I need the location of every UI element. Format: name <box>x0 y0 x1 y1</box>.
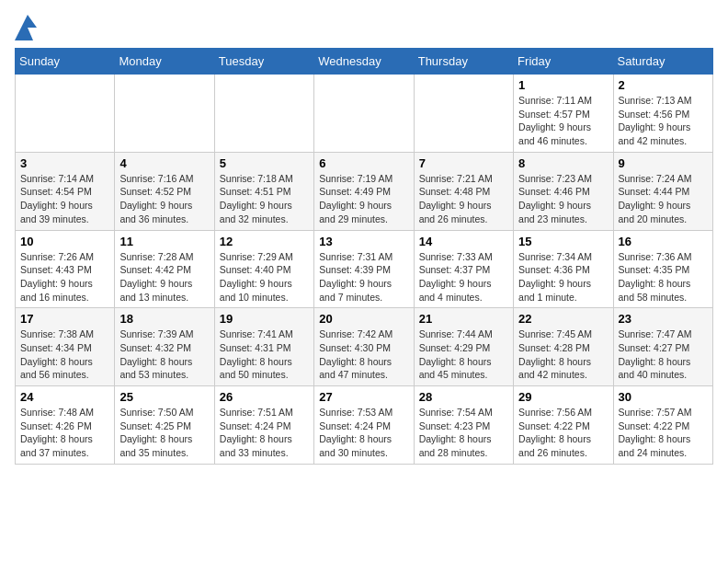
day-info: Sunrise: 7:54 AM Sunset: 4:23 PM Dayligh… <box>419 406 508 460</box>
calendar-cell: 18Sunrise: 7:39 AM Sunset: 4:32 PM Dayli… <box>115 308 214 386</box>
day-info: Sunrise: 7:33 AM Sunset: 4:37 PM Dayligh… <box>419 250 508 304</box>
day-info: Sunrise: 7:44 AM Sunset: 4:29 PM Dayligh… <box>419 327 508 382</box>
calendar-cell: 11Sunrise: 7:28 AM Sunset: 4:42 PM Dayli… <box>115 230 214 308</box>
day-info: Sunrise: 7:29 AM Sunset: 4:40 PM Dayligh… <box>220 250 309 304</box>
day-info: Sunrise: 7:53 AM Sunset: 4:24 PM Dayligh… <box>319 406 408 460</box>
day-number: 13 <box>319 235 408 248</box>
calendar-cell: 7Sunrise: 7:21 AM Sunset: 4:48 PM Daylig… <box>414 152 513 230</box>
day-number: 17 <box>20 312 109 326</box>
day-number: 24 <box>20 390 109 404</box>
day-number: 19 <box>220 312 309 326</box>
day-info: Sunrise: 7:38 AM Sunset: 4:34 PM Dayligh… <box>20 327 109 382</box>
calendar-cell: 8Sunrise: 7:23 AM Sunset: 4:46 PM Daylig… <box>514 152 613 230</box>
day-number: 5 <box>220 156 309 170</box>
day-info: Sunrise: 7:45 AM Sunset: 4:28 PM Dayligh… <box>518 327 608 382</box>
day-info: Sunrise: 7:51 AM Sunset: 4:24 PM Dayligh… <box>220 406 309 460</box>
weekday-header-wednesday: Wednesday <box>314 49 414 75</box>
calendar-cell: 10Sunrise: 7:26 AM Sunset: 4:43 PM Dayli… <box>16 230 115 308</box>
day-info: Sunrise: 7:57 AM Sunset: 4:22 PM Dayligh… <box>619 406 708 460</box>
calendar-week-row-0: 1Sunrise: 7:11 AM Sunset: 4:57 PM Daylig… <box>16 75 713 153</box>
calendar-cell: 26Sunrise: 7:51 AM Sunset: 4:24 PM Dayli… <box>214 386 313 465</box>
day-number: 12 <box>220 235 309 248</box>
calendar-cell <box>16 75 115 153</box>
day-number: 22 <box>518 312 608 326</box>
day-number: 2 <box>619 78 708 92</box>
day-info: Sunrise: 7:13 AM Sunset: 4:56 PM Dayligh… <box>619 94 708 148</box>
day-info: Sunrise: 7:39 AM Sunset: 4:32 PM Dayligh… <box>119 327 209 382</box>
day-info: Sunrise: 7:24 AM Sunset: 4:44 PM Dayligh… <box>619 172 708 226</box>
svg-marker-0 <box>15 15 37 40</box>
calendar-cell: 28Sunrise: 7:54 AM Sunset: 4:23 PM Dayli… <box>414 386 513 465</box>
weekday-header-thursday: Thursday <box>414 49 513 75</box>
calendar-week-row-1: 3Sunrise: 7:14 AM Sunset: 4:54 PM Daylig… <box>16 152 713 230</box>
weekday-header-monday: Monday <box>115 49 214 75</box>
day-number: 16 <box>619 235 708 248</box>
page-header <box>15 15 713 40</box>
day-number: 3 <box>20 156 109 170</box>
day-number: 18 <box>119 312 209 326</box>
day-info: Sunrise: 7:23 AM Sunset: 4:46 PM Dayligh… <box>518 172 608 226</box>
calendar-cell: 16Sunrise: 7:36 AM Sunset: 4:35 PM Dayli… <box>613 230 712 308</box>
day-info: Sunrise: 7:41 AM Sunset: 4:31 PM Dayligh… <box>220 327 309 382</box>
weekday-header-sunday: Sunday <box>16 49 115 75</box>
weekday-header-friday: Friday <box>514 49 613 75</box>
day-number: 21 <box>419 312 508 326</box>
calendar-cell: 6Sunrise: 7:19 AM Sunset: 4:49 PM Daylig… <box>314 152 414 230</box>
calendar-cell <box>214 75 313 153</box>
day-info: Sunrise: 7:11 AM Sunset: 4:57 PM Dayligh… <box>518 94 608 148</box>
calendar-cell: 12Sunrise: 7:29 AM Sunset: 4:40 PM Dayli… <box>214 230 313 308</box>
calendar-cell <box>414 75 513 153</box>
calendar-cell: 25Sunrise: 7:50 AM Sunset: 4:25 PM Dayli… <box>115 386 214 465</box>
day-number: 9 <box>619 156 708 170</box>
calendar-week-row-2: 10Sunrise: 7:26 AM Sunset: 4:43 PM Dayli… <box>16 230 713 308</box>
calendar-week-row-4: 24Sunrise: 7:48 AM Sunset: 4:26 PM Dayli… <box>16 386 713 465</box>
calendar-week-row-3: 17Sunrise: 7:38 AM Sunset: 4:34 PM Dayli… <box>16 308 713 386</box>
day-number: 28 <box>419 390 508 404</box>
day-number: 1 <box>518 78 608 92</box>
calendar-cell <box>115 75 214 153</box>
calendar-cell: 23Sunrise: 7:47 AM Sunset: 4:27 PM Dayli… <box>613 308 712 386</box>
day-info: Sunrise: 7:36 AM Sunset: 4:35 PM Dayligh… <box>619 250 708 304</box>
calendar-cell: 17Sunrise: 7:38 AM Sunset: 4:34 PM Dayli… <box>16 308 115 386</box>
calendar-cell: 29Sunrise: 7:56 AM Sunset: 4:22 PM Dayli… <box>514 386 613 465</box>
day-number: 7 <box>419 156 508 170</box>
day-number: 14 <box>419 235 508 248</box>
day-info: Sunrise: 7:48 AM Sunset: 4:26 PM Dayligh… <box>20 406 109 460</box>
day-number: 30 <box>619 390 708 404</box>
day-info: Sunrise: 7:18 AM Sunset: 4:51 PM Dayligh… <box>220 172 309 226</box>
calendar-cell: 1Sunrise: 7:11 AM Sunset: 4:57 PM Daylig… <box>514 75 613 153</box>
calendar-cell: 30Sunrise: 7:57 AM Sunset: 4:22 PM Dayli… <box>613 386 712 465</box>
day-info: Sunrise: 7:26 AM Sunset: 4:43 PM Dayligh… <box>20 250 109 304</box>
day-info: Sunrise: 7:56 AM Sunset: 4:22 PM Dayligh… <box>518 406 608 460</box>
day-number: 23 <box>619 312 708 326</box>
calendar-cell: 4Sunrise: 7:16 AM Sunset: 4:52 PM Daylig… <box>115 152 214 230</box>
day-info: Sunrise: 7:14 AM Sunset: 4:54 PM Dayligh… <box>20 172 109 226</box>
day-number: 4 <box>119 156 209 170</box>
calendar-cell: 22Sunrise: 7:45 AM Sunset: 4:28 PM Dayli… <box>514 308 613 386</box>
calendar-table: SundayMondayTuesdayWednesdayThursdayFrid… <box>15 48 713 465</box>
day-number: 10 <box>20 235 109 248</box>
day-info: Sunrise: 7:31 AM Sunset: 4:39 PM Dayligh… <box>319 250 408 304</box>
calendar-cell: 21Sunrise: 7:44 AM Sunset: 4:29 PM Dayli… <box>414 308 513 386</box>
calendar-cell: 9Sunrise: 7:24 AM Sunset: 4:44 PM Daylig… <box>613 152 712 230</box>
calendar-cell: 3Sunrise: 7:14 AM Sunset: 4:54 PM Daylig… <box>16 152 115 230</box>
day-info: Sunrise: 7:19 AM Sunset: 4:49 PM Dayligh… <box>319 172 408 226</box>
calendar-cell: 14Sunrise: 7:33 AM Sunset: 4:37 PM Dayli… <box>414 230 513 308</box>
weekday-header-saturday: Saturday <box>613 49 712 75</box>
weekday-header-tuesday: Tuesday <box>214 49 313 75</box>
calendar-cell: 2Sunrise: 7:13 AM Sunset: 4:56 PM Daylig… <box>613 75 712 153</box>
calendar-cell: 24Sunrise: 7:48 AM Sunset: 4:26 PM Dayli… <box>16 386 115 465</box>
day-info: Sunrise: 7:47 AM Sunset: 4:27 PM Dayligh… <box>619 327 708 382</box>
day-number: 8 <box>518 156 608 170</box>
day-number: 27 <box>319 390 408 404</box>
day-info: Sunrise: 7:16 AM Sunset: 4:52 PM Dayligh… <box>119 172 209 226</box>
calendar-cell: 15Sunrise: 7:34 AM Sunset: 4:36 PM Dayli… <box>514 230 613 308</box>
day-number: 25 <box>119 390 209 404</box>
calendar-cell: 19Sunrise: 7:41 AM Sunset: 4:31 PM Dayli… <box>214 308 313 386</box>
day-info: Sunrise: 7:42 AM Sunset: 4:30 PM Dayligh… <box>319 327 408 382</box>
calendar-cell: 20Sunrise: 7:42 AM Sunset: 4:30 PM Dayli… <box>314 308 414 386</box>
day-number: 29 <box>518 390 608 404</box>
day-info: Sunrise: 7:28 AM Sunset: 4:42 PM Dayligh… <box>119 250 209 304</box>
day-number: 20 <box>319 312 408 326</box>
logo <box>15 15 40 40</box>
